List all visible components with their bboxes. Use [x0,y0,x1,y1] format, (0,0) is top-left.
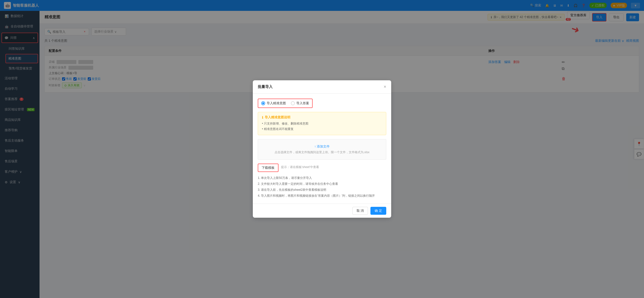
radio-intent-circle [261,101,265,105]
cancel-btn[interactable]: 取 消 [352,207,368,215]
radio-answer-circle [291,101,295,105]
modal-body: 导入精准意图 导入答案 ℹ 导入精准意图说明 只支持新增、修改、删除精准意图 精… [253,94,391,203]
notice-title: ℹ 导入精准意图说明 [262,115,382,120]
modal-close-btn[interactable]: × [384,84,386,90]
download-section: 下载模板 提示：请在模板'sheet'中查看 [258,164,386,172]
notice-items: 只支持新增、修改、删除精准意图 精准意图名词不能重复 [262,121,382,132]
modal-title: 批量导入 [258,84,272,89]
modal-header: 批量导入 × [253,80,391,94]
note-1: 2. 文件较大时导入需要一定的时间，请等候并在任务中心查看 [258,181,386,187]
upload-area[interactable]: ↑ 添加文件 点击选择文件，或将文件拖拽到这里上传。限一个文件，文件格式为.xl… [258,139,386,160]
upload-icon-link[interactable]: ↑ 添加文件 [314,144,330,148]
note-0: 1. 单次导入上限50万条，请尽量分开导入 [258,175,386,181]
radio-group-wrapper: 导入精准意图 导入答案 [258,98,312,108]
note-2: 3. 请在导入前，先在模板的sheet2表中查看模板说明 [258,187,386,193]
radio-import-answer[interactable]: 导入答案 [291,101,309,106]
modal-footer: 取 消 确 定 [253,204,391,218]
note-3: 4. 导入图片和视频时，将图片和视频链接放在'答案内容（图片）'列，链接之间以换… [258,193,386,199]
modal-overlay[interactable]: 批量导入 × 导入精准意图 导入答案 ℹ 导入精准意图说明 [0,0,644,298]
import-notes: 1. 单次导入上限50万条，请尽量分开导入 2. 文件较大时导入需要一定的时间，… [258,175,386,199]
notice-icon: ℹ [262,116,263,119]
notice-item-1: 精准意图名词不能重复 [262,126,382,132]
upload-link[interactable]: ↑ 添加文件 [263,144,381,149]
notice-box: ℹ 导入精准意图说明 只支持新增、修改、删除精准意图 精准意图名词不能重复 [258,112,386,135]
batch-import-modal: 批量导入 × 导入精准意图 导入答案 ℹ 导入精准意图说明 [253,80,391,218]
confirm-btn[interactable]: 确 定 [370,207,386,215]
notice-item-0: 只支持新增、修改、删除精准意图 [262,121,382,126]
upload-hint: 点击选择文件，或将文件拖拽到这里上传。限一个文件，文件格式为.xlsx [263,150,381,154]
radio-import-intent[interactable]: 导入精准意图 [261,101,286,106]
download-hint: 提示：请在模板'sheet'中查看 [281,164,319,169]
download-template-btn[interactable]: 下载模板 [258,164,278,172]
